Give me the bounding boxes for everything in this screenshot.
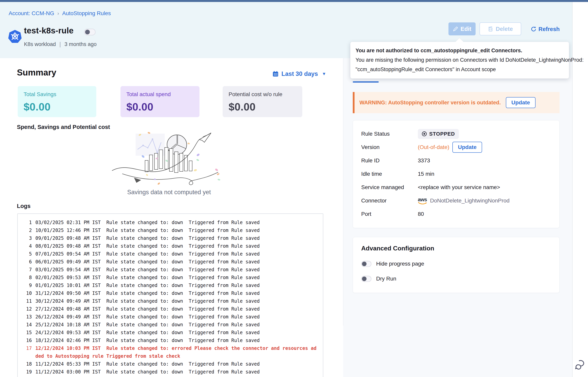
log-line-text: 30/12/2024 09:49 AM IST Rule state chang… bbox=[35, 297, 319, 305]
rule-enable-toggle[interactable] bbox=[84, 29, 95, 35]
log-line-number: 16 bbox=[23, 337, 32, 344]
aws-word: aws bbox=[418, 197, 427, 202]
rule-id-row: Rule ID 3373 bbox=[361, 154, 559, 167]
version-state: (Out-of-date) bbox=[418, 144, 449, 150]
total-actual-spend-label: Total actual spend bbox=[126, 91, 194, 97]
version-update-button[interactable]: Update bbox=[452, 142, 482, 153]
log-line-number: 17 bbox=[23, 344, 32, 360]
log-row: 1326/12/2024 09:49 AM IST Rule state cha… bbox=[23, 313, 319, 321]
total-savings-value: $0.00 bbox=[23, 101, 90, 113]
log-line-number: 1 bbox=[23, 219, 32, 226]
rule-subtitle: K8s workload | 3 months ago bbox=[24, 41, 97, 47]
rule-id-label: Rule ID bbox=[361, 157, 418, 164]
connector-label: Connector bbox=[361, 198, 418, 204]
toggle-knob bbox=[362, 262, 367, 266]
log-line-number: 14 bbox=[23, 321, 32, 329]
toggle-knob bbox=[362, 277, 367, 281]
delete-button-label: Delete bbox=[496, 26, 513, 32]
log-line-number: 11 bbox=[23, 297, 32, 305]
log-line-text: 11/12/2024 03:00 PM IST Rule state chang… bbox=[35, 368, 319, 376]
log-line-text: 01/01/2025 10:01 AM IST Rule state chang… bbox=[35, 282, 319, 289]
log-line-text: 06/01/2025 09:49 AM IST Rule state chang… bbox=[35, 258, 319, 266]
log-line-text: 26/12/2024 09:49 AM IST Rule state chang… bbox=[35, 313, 319, 321]
trash-icon bbox=[488, 26, 493, 32]
summary-heading: Summary bbox=[17, 68, 57, 77]
log-row: 1031/12/2024 09:50 AM IST Rule state cha… bbox=[23, 289, 319, 297]
log-line-number: 19 bbox=[23, 368, 32, 376]
logs-viewer[interactable]: 103/02/2025 02:31 PM IST Rule state chan… bbox=[17, 213, 323, 377]
log-line-number: 10 bbox=[23, 289, 32, 297]
log-row: 1811/12/2024 05:33 PM IST Rule state cha… bbox=[23, 360, 319, 368]
log-line-text: 09/01/2025 09:48 AM IST Rule state chang… bbox=[35, 234, 319, 242]
stopped-icon bbox=[422, 131, 427, 136]
workload-type-label: K8s workload bbox=[24, 41, 56, 47]
empty-state-message: Savings data not computed yet bbox=[90, 189, 248, 196]
connector-value[interactable]: DoNotDelete_LightwingNonProd bbox=[430, 198, 510, 204]
log-line-text: 03/01/2025 09:54 AM IST Rule state chang… bbox=[35, 266, 319, 274]
log-row: 210/01/2025 12:46 PM IST Rule state chan… bbox=[23, 226, 319, 234]
refresh-button[interactable]: Refresh bbox=[530, 24, 560, 34]
kubernetes-icon bbox=[8, 29, 22, 43]
total-actual-spend-value: $0.00 bbox=[126, 101, 194, 113]
status-badge-text: STOPPED bbox=[429, 131, 455, 137]
breadcrumb-page-link[interactable]: AutoStopping Rules bbox=[62, 10, 111, 16]
top-accent-strip bbox=[0, 0, 588, 2]
page-title: test-k8s-rule bbox=[24, 26, 73, 35]
dry-run-toggle-row: Dry Run bbox=[361, 276, 559, 282]
log-row: 802/01/2025 09:53 AM IST Rule state chan… bbox=[23, 274, 319, 282]
log-row: 103/02/2025 02:31 PM IST Rule state chan… bbox=[23, 219, 319, 226]
log-line-number: 2 bbox=[23, 226, 32, 234]
dry-run-label: Dry Run bbox=[376, 276, 396, 282]
warning-text: WARNING: AutoStopping controller version… bbox=[359, 100, 501, 106]
warning-update-button[interactable]: Update bbox=[506, 97, 536, 108]
log-line-number: 15 bbox=[23, 329, 32, 337]
port-label: Port bbox=[361, 211, 418, 217]
edit-button-label: Edit bbox=[461, 26, 472, 32]
logs-heading: Logs bbox=[17, 203, 30, 209]
tab-active-underline bbox=[353, 81, 379, 82]
calendar-icon bbox=[272, 71, 279, 77]
log-line-number: 3 bbox=[23, 234, 32, 242]
delete-button[interactable]: Delete bbox=[480, 23, 521, 35]
port-row: Port 80 bbox=[361, 207, 559, 221]
log-line-text: 10/01/2025 12:46 PM IST Rule state chang… bbox=[35, 226, 319, 234]
date-range-selector[interactable]: Last 30 days ▼ bbox=[272, 70, 326, 77]
toggle-knob bbox=[85, 30, 90, 35]
log-line-number: 13 bbox=[23, 313, 32, 321]
log-line-number: 8 bbox=[23, 274, 32, 282]
rule-id-value: 3373 bbox=[418, 157, 430, 164]
idle-time-row: Idle time 15 min bbox=[361, 167, 559, 181]
log-row: 1425/12/2024 10:18 AM IST Rule state cha… bbox=[23, 321, 319, 329]
service-managed-value: <replace with your service name> bbox=[418, 184, 500, 190]
edit-button[interactable]: Edit bbox=[449, 23, 476, 35]
hide-progress-toggle-row: Hide progress page bbox=[361, 261, 559, 267]
hide-progress-toggle[interactable] bbox=[361, 261, 371, 267]
breadcrumb-account-link[interactable]: Account: CCM-NG bbox=[9, 10, 54, 16]
rule-status-label: Rule Status bbox=[361, 131, 418, 137]
log-line-text: 11/12/2024 05:33 PM IST Rule state chang… bbox=[35, 360, 319, 368]
rule-details-card: Rule Status STOPPED Version (Out-of-date… bbox=[353, 120, 560, 228]
aws-icon: aws bbox=[418, 197, 427, 204]
hide-progress-label: Hide progress page bbox=[376, 261, 424, 267]
permission-tooltip: You are not authorized to ccm_autostoppi… bbox=[350, 42, 569, 79]
log-row: 408/01/2025 09:48 AM IST Rule state chan… bbox=[23, 242, 319, 250]
log-row: 309/01/2025 09:48 AM IST Rule state chan… bbox=[23, 234, 319, 242]
log-line-number: 4 bbox=[23, 242, 32, 250]
log-row: 606/01/2025 09:49 AM IST Rule state chan… bbox=[23, 258, 319, 266]
status-badge: STOPPED bbox=[418, 129, 459, 139]
version-label: Version bbox=[361, 144, 418, 150]
tooltip-line-3: "ccm_autoStoppingRule_edit Connectors" i… bbox=[356, 65, 564, 74]
total-actual-spend-card: Total actual spend $0.00 bbox=[120, 86, 199, 117]
version-row: Version (Out-of-date) Update bbox=[361, 141, 559, 154]
service-managed-row: Service managed <replace with your servi… bbox=[361, 181, 559, 194]
total-savings-label: Total Savings bbox=[23, 91, 90, 97]
chat-support-icon[interactable] bbox=[575, 359, 586, 371]
log-row: 901/01/2025 10:01 AM IST Rule state chan… bbox=[23, 282, 319, 289]
savings-illustration bbox=[110, 131, 231, 188]
log-line-number: 9 bbox=[23, 282, 32, 289]
log-row: 1524/12/2024 09:53 AM IST Rule state cha… bbox=[23, 329, 319, 337]
log-line-text: 27/12/2024 09:48 AM IST Rule state chang… bbox=[35, 305, 319, 313]
dry-run-toggle[interactable] bbox=[361, 276, 371, 282]
log-line-text: 12/12/2024 10:03 PM IST Rule state chang… bbox=[35, 344, 319, 360]
tooltip-line-2: You are missing the following permission… bbox=[356, 55, 564, 65]
